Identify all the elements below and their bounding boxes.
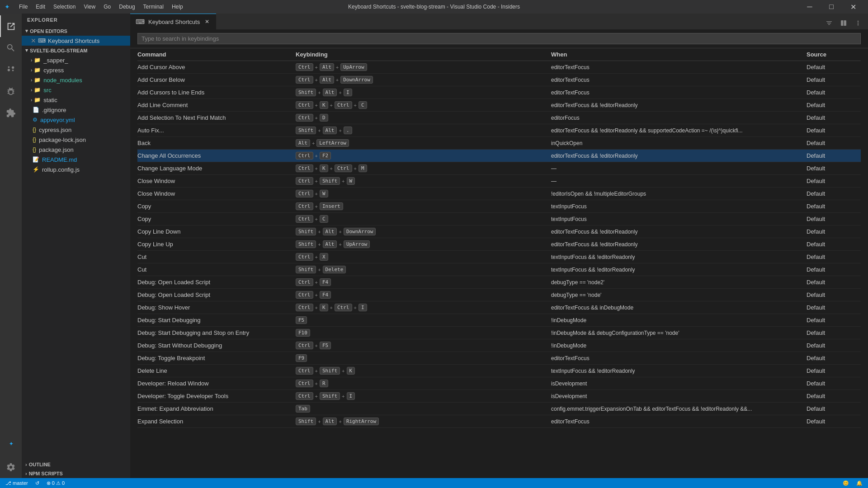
sidebar-item-src[interactable]: ›📁src bbox=[22, 85, 130, 95]
status-sync[interactable]: ↺ bbox=[33, 480, 41, 486]
table-row[interactable]: Developer: Toggle Developer ToolsCtrl+Sh… bbox=[137, 390, 861, 403]
status-errors[interactable]: ⊗ 0 ⚠ 0 bbox=[45, 480, 66, 486]
status-branch[interactable]: ⎇ master bbox=[4, 480, 30, 486]
sidebar-item-appveyor-yml[interactable]: ⚙appveyor.yml bbox=[22, 115, 130, 125]
key-badge: R bbox=[320, 380, 328, 387]
keybindings-table[interactable]: Command Keybinding When Source Add Curso… bbox=[130, 48, 868, 478]
menu-selection[interactable]: Selection bbox=[50, 2, 79, 11]
title-bar-controls: ─ □ ✕ bbox=[799, 0, 863, 14]
tab-keyboard-shortcuts[interactable]: ⌨ Keyboard Shortcuts ✕ bbox=[130, 14, 216, 29]
activity-extensions[interactable] bbox=[0, 102, 22, 124]
table-row[interactable]: Debug: Start Debugging and Stop on Entry… bbox=[137, 327, 861, 339]
sidebar-item-rollup-config-js[interactable]: ⚡rollup.config.js bbox=[22, 164, 130, 174]
table-row[interactable]: Close WindowCtrl+Shift+W—Default bbox=[137, 175, 861, 188]
table-row[interactable]: Developer: Reload WindowCtrl+RisDevelopm… bbox=[137, 377, 861, 390]
status-smiley[interactable]: 😊 bbox=[841, 480, 851, 486]
table-row[interactable]: CutShift+DeletetextInputFocus && !editor… bbox=[137, 263, 861, 276]
split-editor-icon[interactable] bbox=[837, 17, 850, 29]
menu-file[interactable]: File bbox=[15, 2, 31, 11]
table-row[interactable]: Add Cursors to Line EndsShift+Alt+Iedito… bbox=[137, 86, 861, 99]
table-row[interactable]: Debug: Start DebuggingF5!inDebugModeDefa… bbox=[137, 314, 861, 327]
menu-help[interactable]: Help bbox=[168, 2, 187, 11]
table-row[interactable]: Debug: Toggle BreakpointF9editorTextFocu… bbox=[137, 352, 861, 365]
main-layout: ✦ Explorer ▾ Open Editors ✕ ⌨ Keyboard S… bbox=[0, 14, 868, 478]
source-cell: Default bbox=[807, 380, 861, 387]
npm-scripts-section[interactable]: › NPM Scripts bbox=[22, 469, 130, 478]
menu-view[interactable]: View bbox=[80, 2, 99, 11]
file-icon: ⚡ bbox=[33, 166, 39, 173]
table-row[interactable]: Copy Line UpShift+Alt+UpArroweditorTextF… bbox=[137, 238, 861, 251]
status-notifications[interactable]: 🔔 bbox=[854, 480, 864, 486]
table-row[interactable]: Change Language ModeCtrl+K+Ctrl+M—Defaul… bbox=[137, 162, 861, 175]
maximize-button[interactable]: □ bbox=[821, 0, 842, 14]
table-row[interactable]: CopyCtrl+CtextInputFocusDefault bbox=[137, 213, 861, 225]
activity-settings[interactable] bbox=[0, 456, 22, 478]
more-actions-icon[interactable] bbox=[852, 17, 864, 29]
table-row[interactable]: Auto Fix...Shift+Alt+.editorTextFocus &&… bbox=[137, 124, 861, 137]
key-badge: Alt bbox=[323, 89, 337, 96]
key-badge: . bbox=[344, 127, 352, 134]
table-row[interactable]: BackAlt+LeftArrowinQuickOpenDefault bbox=[137, 137, 861, 150]
when-cell: inQuickOpen bbox=[551, 140, 807, 146]
table-row[interactable]: Add Cursor BelowCtrl+Alt+DownArroweditor… bbox=[137, 74, 861, 86]
keybinding-cell: Ctrl+Shift+K bbox=[296, 367, 551, 375]
table-row[interactable]: CopyCtrl+InserttextInputFocusDefault bbox=[137, 200, 861, 213]
activity-source-control[interactable] bbox=[0, 59, 22, 80]
table-row[interactable]: Add Cursor AboveCtrl+Alt+UpArroweditorTe… bbox=[137, 61, 861, 74]
source-cell: Default bbox=[807, 367, 861, 374]
activity-remote[interactable]: ✦ bbox=[0, 433, 22, 455]
table-row[interactable]: Close WindowCtrl+W!editorIsOpen && !mult… bbox=[137, 188, 861, 200]
outline-section[interactable]: › Outline bbox=[22, 460, 130, 469]
tab-close-button[interactable]: ✕ bbox=[203, 18, 211, 25]
activity-search[interactable] bbox=[0, 37, 22, 59]
status-bar-left: ⎇ master ↺ ⊗ 0 ⚠ 0 bbox=[4, 480, 66, 486]
table-row[interactable]: Expand SelectionShift+Alt+RightArrowedit… bbox=[137, 415, 861, 428]
table-row[interactable]: Add Selection To Next Find MatchCtrl+Ded… bbox=[137, 112, 861, 124]
when-cell: editorTextFocus bbox=[551, 418, 807, 425]
when-cell: editorTextFocus bbox=[551, 77, 807, 83]
table-row[interactable]: Delete LineCtrl+Shift+KtextInputFocus &&… bbox=[137, 365, 861, 377]
table-row[interactable]: Emmet: Expand AbbreviationTabconfig.emme… bbox=[137, 403, 861, 415]
sidebar-item-static[interactable]: ›📁static bbox=[22, 95, 130, 105]
key-separator: + bbox=[315, 280, 318, 285]
table-row[interactable]: Debug: Open Loaded ScriptCtrl+F4debugTyp… bbox=[137, 289, 861, 301]
sidebar-item-cypress-json[interactable]: {}cypress.json bbox=[22, 125, 130, 135]
open-file-keyboard-shortcuts[interactable]: ✕ ⌨ Keyboard Shortcuts bbox=[22, 36, 130, 46]
key-badge: Ctrl bbox=[335, 304, 352, 311]
sidebar-item-cypress[interactable]: ›📁cypress bbox=[22, 65, 130, 75]
activity-explorer[interactable] bbox=[0, 15, 22, 37]
open-editors-section[interactable]: ▾ Open Editors bbox=[22, 26, 130, 36]
table-row[interactable]: Change All OccurrencesCtrl+F2editorTextF… bbox=[137, 150, 861, 162]
sidebar-item--sapper-[interactable]: ›📁_sapper_ bbox=[22, 55, 130, 65]
sidebar-item-readme-md[interactable]: 📝README.md bbox=[22, 155, 130, 164]
table-row[interactable]: Debug: Show HoverCtrl+K+Ctrl+IeditorText… bbox=[137, 301, 861, 314]
source-cell: Default bbox=[807, 165, 861, 172]
open-settings-icon[interactable] bbox=[823, 17, 835, 29]
tab-bar: ⌨ Keyboard Shortcuts ✕ bbox=[130, 14, 868, 29]
close-button[interactable]: ✕ bbox=[843, 0, 863, 14]
close-file-icon[interactable]: ✕ bbox=[31, 37, 36, 44]
menu-terminal[interactable]: Terminal bbox=[140, 2, 167, 11]
project-section[interactable]: ▾ SVELTE-BLOG-STREAM bbox=[22, 46, 130, 55]
menu-debug[interactable]: Debug bbox=[115, 2, 138, 11]
table-row[interactable]: Debug: Start Without DebuggingCtrl+F5!in… bbox=[137, 339, 861, 352]
table-row[interactable]: CutCtrl+XtextInputFocus && !editorReadon… bbox=[137, 251, 861, 263]
table-row[interactable]: Debug: Open Loaded ScriptCtrl+F4debugTyp… bbox=[137, 276, 861, 289]
sidebar-item--gitignore[interactable]: 📄.gitignore bbox=[22, 105, 130, 115]
sidebar-item-package-lock-json[interactable]: {}package-lock.json bbox=[22, 135, 130, 145]
title-bar-menu: File Edit Selection View Go Debug Termin… bbox=[15, 2, 187, 11]
sidebar-item-node-modules[interactable]: ›📁node_modules bbox=[22, 75, 130, 85]
menu-go[interactable]: Go bbox=[100, 2, 114, 11]
keybinding-cell: Tab bbox=[296, 405, 551, 413]
chevron-down-icon: ▾ bbox=[25, 47, 28, 53]
menu-edit[interactable]: Edit bbox=[32, 2, 49, 11]
table-row[interactable]: Copy Line DownShift+Alt+DownArroweditorT… bbox=[137, 225, 861, 238]
search-input[interactable] bbox=[137, 33, 861, 44]
file-icon: 📁 bbox=[34, 77, 41, 83]
activity-debug[interactable] bbox=[0, 80, 22, 102]
sidebar-item-package-json[interactable]: {}package.json bbox=[22, 145, 130, 155]
minimize-button[interactable]: ─ bbox=[799, 0, 820, 14]
key-badge: K bbox=[320, 164, 328, 172]
table-row[interactable]: Add Line CommentCtrl+K+Ctrl+CeditorTextF… bbox=[137, 99, 861, 112]
source-cell: Default bbox=[807, 393, 861, 399]
